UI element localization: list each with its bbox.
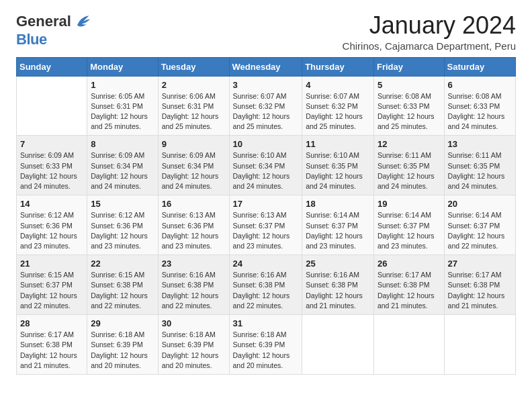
day-number: 13 <box>448 139 512 149</box>
day-number: 21 <box>20 259 83 269</box>
day-info: Sunrise: 6:16 AMSunset: 6:38 PMDaylight:… <box>162 270 226 311</box>
day-info: Sunrise: 6:18 AMSunset: 6:39 PMDaylight:… <box>91 330 154 371</box>
week-row-5: 28Sunrise: 6:17 AMSunset: 6:38 PMDayligh… <box>17 315 516 375</box>
day-number: 11 <box>306 139 370 149</box>
calendar-cell: 21Sunrise: 6:15 AMSunset: 6:37 PMDayligh… <box>17 255 87 315</box>
calendar-cell: 12Sunrise: 6:11 AMSunset: 6:35 PMDayligh… <box>373 136 444 195</box>
day-info: Sunrise: 6:16 AMSunset: 6:38 PMDaylight:… <box>233 270 299 311</box>
day-number: 7 <box>20 139 83 149</box>
calendar-cell <box>17 76 87 136</box>
day-info: Sunrise: 6:14 AMSunset: 6:37 PMDaylight:… <box>378 210 441 251</box>
day-info: Sunrise: 6:11 AMSunset: 6:35 PMDaylight:… <box>448 150 512 191</box>
day-info: Sunrise: 6:10 AMSunset: 6:34 PMDaylight:… <box>233 150 299 191</box>
calendar-cell: 10Sunrise: 6:10 AMSunset: 6:34 PMDayligh… <box>229 136 302 195</box>
day-info: Sunrise: 6:18 AMSunset: 6:39 PMDaylight:… <box>233 330 299 371</box>
calendar-cell: 20Sunrise: 6:14 AMSunset: 6:37 PMDayligh… <box>444 195 515 255</box>
calendar-cell: 26Sunrise: 6:17 AMSunset: 6:38 PMDayligh… <box>373 255 444 315</box>
day-info: Sunrise: 6:12 AMSunset: 6:36 PMDaylight:… <box>91 210 154 251</box>
day-number: 17 <box>233 199 299 209</box>
day-header-tuesday: Tuesday <box>158 57 229 76</box>
week-row-4: 21Sunrise: 6:15 AMSunset: 6:37 PMDayligh… <box>17 255 516 315</box>
page: General Blue January 2024 Chirinos, Caja… <box>0 0 532 411</box>
day-info: Sunrise: 6:15 AMSunset: 6:38 PMDaylight:… <box>91 270 154 311</box>
day-number: 12 <box>378 139 441 149</box>
day-number: 5 <box>378 80 441 90</box>
day-number: 27 <box>448 259 512 269</box>
calendar-cell: 6Sunrise: 6:08 AMSunset: 6:33 PMDaylight… <box>444 76 515 136</box>
day-header-thursday: Thursday <box>302 57 374 76</box>
day-number: 30 <box>162 318 226 328</box>
day-number: 25 <box>306 259 370 269</box>
day-number: 24 <box>233 259 299 269</box>
day-info: Sunrise: 6:14 AMSunset: 6:37 PMDaylight:… <box>306 210 370 251</box>
calendar-cell: 23Sunrise: 6:16 AMSunset: 6:38 PMDayligh… <box>158 255 229 315</box>
calendar-cell <box>302 315 374 375</box>
day-info: Sunrise: 6:14 AMSunset: 6:37 PMDaylight:… <box>448 210 512 251</box>
day-info: Sunrise: 6:11 AMSunset: 6:35 PMDaylight:… <box>378 150 441 191</box>
day-info: Sunrise: 6:17 AMSunset: 6:38 PMDaylight:… <box>20 330 83 371</box>
day-header-saturday: Saturday <box>444 57 515 76</box>
day-number: 18 <box>306 199 370 209</box>
day-info: Sunrise: 6:05 AMSunset: 6:31 PMDaylight:… <box>91 91 154 132</box>
calendar-cell: 25Sunrise: 6:16 AMSunset: 6:38 PMDayligh… <box>302 255 374 315</box>
calendar-cell: 28Sunrise: 6:17 AMSunset: 6:38 PMDayligh… <box>17 315 87 375</box>
logo-general-text: General <box>16 13 71 30</box>
calendar-cell: 13Sunrise: 6:11 AMSunset: 6:35 PMDayligh… <box>444 136 515 195</box>
day-number: 26 <box>378 259 441 269</box>
calendar-cell: 19Sunrise: 6:14 AMSunset: 6:37 PMDayligh… <box>373 195 444 255</box>
day-info: Sunrise: 6:13 AMSunset: 6:36 PMDaylight:… <box>162 210 226 251</box>
calendar-cell: 31Sunrise: 6:18 AMSunset: 6:39 PMDayligh… <box>229 315 302 375</box>
day-info: Sunrise: 6:16 AMSunset: 6:38 PMDaylight:… <box>306 270 370 311</box>
logo: General Blue <box>16 12 91 48</box>
day-number: 4 <box>306 80 370 90</box>
calendar-cell: 14Sunrise: 6:12 AMSunset: 6:36 PMDayligh… <box>17 195 87 255</box>
header: General Blue January 2024 Chirinos, Caja… <box>16 12 516 52</box>
calendar-cell: 18Sunrise: 6:14 AMSunset: 6:37 PMDayligh… <box>302 195 374 255</box>
calendar-cell: 27Sunrise: 6:17 AMSunset: 6:38 PMDayligh… <box>444 255 515 315</box>
day-number: 22 <box>91 259 154 269</box>
day-number: 16 <box>162 199 226 209</box>
calendar-cell: 8Sunrise: 6:09 AMSunset: 6:34 PMDaylight… <box>87 136 158 195</box>
day-info: Sunrise: 6:12 AMSunset: 6:36 PMDaylight:… <box>20 210 83 251</box>
calendar-cell <box>444 315 515 375</box>
day-info: Sunrise: 6:18 AMSunset: 6:39 PMDaylight:… <box>162 330 226 371</box>
calendar-cell: 16Sunrise: 6:13 AMSunset: 6:36 PMDayligh… <box>158 195 229 255</box>
day-number: 23 <box>162 259 226 269</box>
day-number: 9 <box>162 139 226 149</box>
day-info: Sunrise: 6:15 AMSunset: 6:37 PMDaylight:… <box>20 270 83 311</box>
calendar-cell: 7Sunrise: 6:09 AMSunset: 6:33 PMDaylight… <box>17 136 87 195</box>
calendar-table: SundayMondayTuesdayWednesdayThursdayFrid… <box>16 57 516 375</box>
day-number: 8 <box>91 139 154 149</box>
day-info: Sunrise: 6:17 AMSunset: 6:38 PMDaylight:… <box>448 270 512 311</box>
calendar-cell: 15Sunrise: 6:12 AMSunset: 6:36 PMDayligh… <box>87 195 158 255</box>
header-row: SundayMondayTuesdayWednesdayThursdayFrid… <box>17 57 516 76</box>
day-info: Sunrise: 6:07 AMSunset: 6:32 PMDaylight:… <box>233 91 299 132</box>
calendar-cell: 30Sunrise: 6:18 AMSunset: 6:39 PMDayligh… <box>158 315 229 375</box>
title-block: January 2024 Chirinos, Cajamarca Departm… <box>343 12 516 52</box>
day-number: 3 <box>233 80 299 90</box>
day-info: Sunrise: 6:09 AMSunset: 6:34 PMDaylight:… <box>91 150 154 191</box>
calendar-cell: 5Sunrise: 6:08 AMSunset: 6:33 PMDaylight… <box>373 76 444 136</box>
week-row-2: 7Sunrise: 6:09 AMSunset: 6:33 PMDaylight… <box>17 136 516 195</box>
logo-blue-text: Blue <box>16 31 47 48</box>
day-info: Sunrise: 6:09 AMSunset: 6:34 PMDaylight:… <box>162 150 226 191</box>
day-number: 1 <box>91 80 154 90</box>
calendar-cell: 29Sunrise: 6:18 AMSunset: 6:39 PMDayligh… <box>87 315 158 375</box>
calendar-cell: 11Sunrise: 6:10 AMSunset: 6:35 PMDayligh… <box>302 136 374 195</box>
calendar-cell: 22Sunrise: 6:15 AMSunset: 6:38 PMDayligh… <box>87 255 158 315</box>
calendar-cell: 17Sunrise: 6:13 AMSunset: 6:37 PMDayligh… <box>229 195 302 255</box>
day-info: Sunrise: 6:06 AMSunset: 6:31 PMDaylight:… <box>162 91 226 132</box>
logo-bird-icon <box>73 12 91 31</box>
day-header-monday: Monday <box>87 57 158 76</box>
day-info: Sunrise: 6:07 AMSunset: 6:32 PMDaylight:… <box>306 91 370 132</box>
week-row-1: 1Sunrise: 6:05 AMSunset: 6:31 PMDaylight… <box>17 76 516 136</box>
day-info: Sunrise: 6:08 AMSunset: 6:33 PMDaylight:… <box>378 91 441 132</box>
day-info: Sunrise: 6:10 AMSunset: 6:35 PMDaylight:… <box>306 150 370 191</box>
day-header-friday: Friday <box>373 57 444 76</box>
day-number: 31 <box>233 318 299 328</box>
day-info: Sunrise: 6:08 AMSunset: 6:33 PMDaylight:… <box>448 91 512 132</box>
calendar-cell: 9Sunrise: 6:09 AMSunset: 6:34 PMDaylight… <box>158 136 229 195</box>
day-number: 10 <box>233 139 299 149</box>
day-number: 15 <box>91 199 154 209</box>
day-info: Sunrise: 6:17 AMSunset: 6:38 PMDaylight:… <box>378 270 441 311</box>
